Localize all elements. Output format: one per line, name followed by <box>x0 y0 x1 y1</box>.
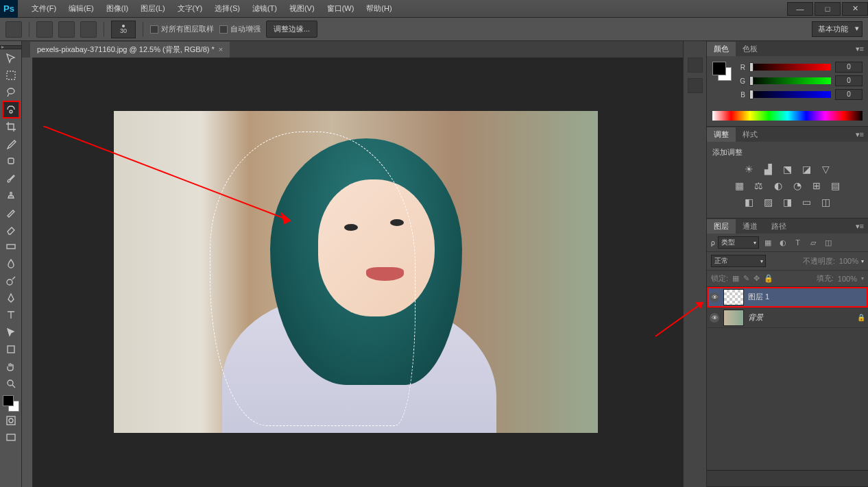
document-tab[interactable]: pexels-pixabay-371160.jpg @ 12.5% (背景, R… <box>30 42 230 58</box>
move-tool[interactable] <box>3 50 19 66</box>
menu-filter[interactable]: 滤镜(T) <box>247 1 282 16</box>
slider-b-track[interactable] <box>749 91 831 98</box>
slider-b-value[interactable]: 0 <box>835 89 863 100</box>
menu-file[interactable]: 文件(F) <box>26 1 62 16</box>
lock-all-icon[interactable]: 🔒 <box>764 274 773 283</box>
sample-all-layers-checkbox[interactable]: 对所有图层取样 <box>150 24 214 34</box>
lock-pixels-icon[interactable]: ✎ <box>743 274 749 283</box>
hue-icon[interactable]: ▦ <box>733 179 747 192</box>
exposure-icon[interactable]: ◪ <box>800 163 814 175</box>
layer-name[interactable]: 图层 1 <box>748 292 769 302</box>
menu-type[interactable]: 文字(Y) <box>172 1 208 16</box>
quick-selection-tool[interactable] <box>3 101 19 118</box>
type-tool[interactable] <box>3 307 19 323</box>
slider-r-track[interactable] <box>749 64 831 71</box>
minimize-button[interactable]: — <box>787 2 813 16</box>
foreground-color[interactable] <box>3 395 14 406</box>
auto-enhance-checkbox[interactable]: 自动增强 <box>219 24 261 34</box>
eraser-tool[interactable] <box>3 221 19 238</box>
filter-shape-icon[interactable]: ▱ <box>807 237 819 248</box>
auto-enhance-input[interactable] <box>219 25 228 34</box>
tab-layers[interactable]: 图层 <box>707 219 736 234</box>
tab-styles[interactable]: 样式 <box>736 127 764 142</box>
threshold-icon[interactable]: ◨ <box>781 196 795 208</box>
refine-edge-button[interactable]: 调整边缘... <box>266 21 317 38</box>
slider-r[interactable]: R 0 <box>737 62 863 73</box>
layers-panel-menu-icon[interactable]: ▾≡ <box>852 222 868 231</box>
curves-icon[interactable]: ⬔ <box>781 163 795 175</box>
layer-thumbnail[interactable] <box>723 310 744 326</box>
tool-preset-icon[interactable] <box>5 21 22 38</box>
brush-tool[interactable] <box>3 170 19 186</box>
history-panel-icon[interactable] <box>688 58 703 73</box>
opacity-value[interactable]: 100% <box>839 257 858 265</box>
brightness-icon[interactable]: ☀ <box>743 163 756 175</box>
tab-adjustments[interactable]: 调整 <box>707 127 736 142</box>
menu-window[interactable]: 窗口(W) <box>322 1 360 16</box>
toolbar-grip[interactable] <box>0 45 21 49</box>
photo-filter-icon[interactable]: ◔ <box>791 179 804 192</box>
workspace-selector[interactable]: 基本功能 <box>812 21 863 37</box>
lasso-tool[interactable] <box>3 84 19 101</box>
sample-all-input[interactable] <box>150 25 158 34</box>
menu-view[interactable]: 视图(V) <box>284 1 320 16</box>
lock-trans-icon[interactable]: ▦ <box>732 274 739 283</box>
selection-add-icon[interactable] <box>58 21 75 38</box>
filter-smart-icon[interactable]: ◫ <box>822 237 834 248</box>
filter-adjust-icon[interactable]: ◐ <box>777 237 789 248</box>
slider-b[interactable]: B 0 <box>737 89 863 100</box>
marquee-tool[interactable] <box>3 67 19 84</box>
lookup-icon[interactable]: ▤ <box>829 179 843 192</box>
selection-new-icon[interactable] <box>36 21 53 38</box>
layer-item[interactable]: 👁 图层 1 <box>707 287 868 308</box>
tab-swatches[interactable]: 色板 <box>736 42 764 56</box>
layer-filter-kind[interactable]: 类型 <box>718 236 759 249</box>
lock-position-icon[interactable]: ✥ <box>754 274 760 283</box>
foreground-background-colors[interactable] <box>3 395 19 412</box>
channel-mixer-icon[interactable]: ⊞ <box>810 179 823 192</box>
blur-tool[interactable] <box>3 255 19 272</box>
hand-tool[interactable] <box>3 358 19 375</box>
invert-icon[interactable]: ◧ <box>743 196 756 208</box>
slider-g-value[interactable]: 0 <box>835 75 863 86</box>
menu-help[interactable]: 帮助(H) <box>361 1 397 16</box>
canvas-viewport[interactable] <box>22 58 683 487</box>
path-selection-tool[interactable] <box>3 324 19 340</box>
brush-size-picker[interactable]: 30 <box>111 21 136 38</box>
screen-mode-tool[interactable] <box>3 429 19 446</box>
bw-icon[interactable]: ◐ <box>771 179 785 192</box>
layer-item[interactable]: 👁 背景 🔒 <box>707 308 868 328</box>
crop-tool[interactable] <box>3 118 19 135</box>
balance-icon[interactable]: ⚖ <box>752 179 766 192</box>
layer-visibility-icon[interactable]: 👁 <box>710 313 719 323</box>
menu-select[interactable]: 选择(S) <box>209 1 245 16</box>
vibrance-icon[interactable]: ▽ <box>819 163 833 175</box>
slider-g[interactable]: G 0 <box>737 75 863 86</box>
filter-pixel-icon[interactable]: ▦ <box>762 237 774 248</box>
layer-name[interactable]: 背景 <box>748 312 763 323</box>
menu-image[interactable]: 图像(I) <box>101 1 134 16</box>
menu-layer[interactable]: 图层(L) <box>135 1 170 16</box>
gradient-map-icon[interactable]: ▭ <box>800 196 814 208</box>
close-tab-icon[interactable]: × <box>219 45 223 53</box>
tab-channels[interactable]: 通道 <box>736 219 764 234</box>
pen-tool[interactable] <box>3 290 19 306</box>
properties-panel-icon[interactable] <box>688 78 703 93</box>
menu-edit[interactable]: 编辑(E) <box>63 1 99 16</box>
eyedropper-tool[interactable] <box>3 136 19 152</box>
selection-subtract-icon[interactable] <box>80 21 97 38</box>
healing-brush-tool[interactable] <box>3 153 19 169</box>
posterize-icon[interactable]: ▨ <box>762 196 775 208</box>
dodge-tool[interactable] <box>3 273 19 289</box>
levels-icon[interactable]: ▟ <box>762 163 775 175</box>
color-spectrum[interactable] <box>712 111 863 121</box>
filter-type-icon[interactable]: T <box>792 237 804 248</box>
slider-g-track[interactable] <box>749 77 831 84</box>
quick-mask-tool[interactable] <box>3 412 19 429</box>
selective-color-icon[interactable]: ◫ <box>819 196 833 208</box>
fill-value[interactable]: 100% <box>838 275 857 283</box>
clone-stamp-tool[interactable] <box>3 187 19 203</box>
close-button[interactable]: ✕ <box>842 2 868 16</box>
layer-thumbnail[interactable] <box>723 289 744 305</box>
color-panel-menu-icon[interactable]: ▾≡ <box>852 45 868 53</box>
